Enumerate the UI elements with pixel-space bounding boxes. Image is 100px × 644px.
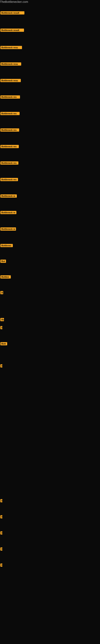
bottleneck-badge-25: B — [0, 531, 2, 534]
bottleneck-badge-14: Bottleneck re — [0, 228, 16, 231]
bottleneck-badge-row-22: B — [0, 364, 2, 368]
bottleneck-badge-row-6: Bottleneck res — [0, 96, 20, 100]
bottleneck-badge-2: Bottleneck result — [0, 28, 24, 32]
bottleneck-badge-15: Bottlenec — [0, 244, 13, 247]
bottleneck-badge-row-1: Bottleneck result — [0, 11, 24, 15]
bottleneck-badge-20: B — [0, 326, 2, 329]
bottleneck-badge-row-27: B — [0, 564, 2, 568]
bottleneck-badge-row-24: B — [0, 515, 2, 519]
bottleneck-badge-row-15: Bottlenec — [0, 244, 13, 248]
bottleneck-badge-row-25: B — [0, 531, 2, 535]
bottleneck-badge-19: Bo — [0, 318, 4, 321]
bottleneck-badge-9: Bottleneck res — [0, 145, 19, 148]
bottleneck-badge-22: B — [0, 364, 2, 368]
bottleneck-badge-row-10: Bottleneck res — [0, 162, 18, 166]
bottleneck-badge-row-23: B — [0, 499, 2, 503]
bottleneck-badge-11: Bottleneck res — [0, 178, 18, 181]
bottleneck-badge-row-11: Bottleneck res — [0, 178, 18, 182]
bottleneck-badge-row-21: Bott — [0, 342, 7, 346]
bottleneck-badge-18: B — [0, 291, 3, 294]
bottleneck-badge-4: Bottleneck resu — [0, 62, 21, 66]
bottleneck-badge-row-3: Bottleneck resu — [0, 46, 22, 50]
bottleneck-badge-row-17: Bottlen — [0, 275, 11, 279]
bottleneck-badge-16: Bot — [0, 260, 6, 263]
bottleneck-badge-row-4: Bottleneck resu — [0, 62, 21, 66]
bottleneck-badge-24: B — [0, 515, 2, 518]
bottleneck-badge-row-8: Bottleneck res — [0, 128, 19, 132]
bottleneck-badge-5: Bottleneck resu — [0, 79, 21, 82]
bottleneck-badge-row-13: Bottleneck re — [0, 211, 16, 215]
bottleneck-badge-10: Bottleneck res — [0, 162, 18, 164]
bottleneck-badge-23: B — [0, 499, 2, 502]
bottleneck-badge-row-12: Bottleneck re — [0, 194, 17, 198]
bottleneck-badge-6: Bottleneck res — [0, 96, 20, 98]
bottleneck-badge-row-2: Bottleneck result — [0, 28, 24, 32]
bottleneck-badge-row-14: Bottleneck re — [0, 228, 16, 232]
site-title: TheBottlenecker.com — [0, 0, 28, 4]
bottleneck-badge-7: Bottleneck res — [0, 112, 20, 115]
bottleneck-badge-26: B — [0, 548, 2, 550]
bottleneck-badge-13: Bottleneck re — [0, 211, 16, 214]
bottleneck-badge-row-26: B — [0, 548, 2, 552]
bottleneck-badge-row-7: Bottleneck res — [0, 112, 20, 116]
bottleneck-badge-row-9: Bottleneck res — [0, 145, 19, 149]
bottleneck-badge-row-5: Bottleneck resu — [0, 79, 21, 83]
bottleneck-badge-21: Bott — [0, 342, 7, 345]
bottleneck-badge-row-19: Bo — [0, 318, 4, 322]
bottleneck-badge-3: Bottleneck resu — [0, 46, 22, 49]
bottleneck-badge-row-20: B — [0, 326, 2, 330]
bottleneck-badge-row-18: B — [0, 291, 3, 295]
bottleneck-badge-row-16: Bot — [0, 260, 6, 264]
bottleneck-badge-27: B — [0, 564, 2, 567]
bottleneck-badge-1: Bottleneck result — [0, 11, 24, 14]
bottleneck-badge-17: Bottlen — [0, 275, 11, 278]
bottleneck-badge-12: Bottleneck re — [0, 194, 17, 198]
bottleneck-badge-8: Bottleneck res — [0, 128, 19, 132]
